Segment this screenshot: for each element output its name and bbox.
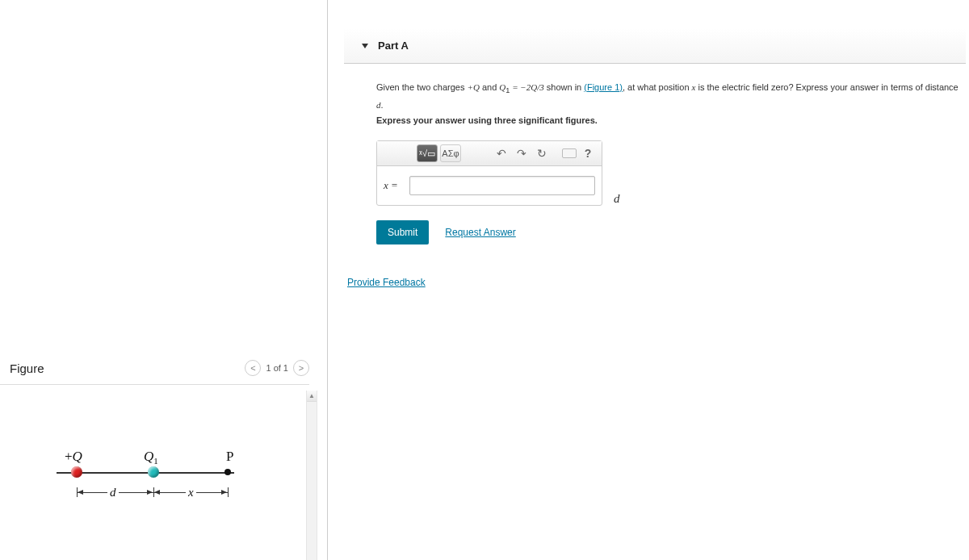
- charge-plus-q: [71, 466, 82, 478]
- charge-q1: [148, 466, 159, 478]
- collapse-caret-icon: [362, 44, 368, 48]
- part-header[interactable]: Part A: [344, 28, 966, 64]
- help-button[interactable]: ?: [579, 147, 597, 160]
- figure-prev-button[interactable]: <: [245, 360, 261, 376]
- scroll-up-icon[interactable]: ▲: [307, 391, 317, 402]
- label-p: P: [226, 449, 233, 465]
- answer-input[interactable]: [409, 176, 595, 195]
- redo-button[interactable]: ↷: [513, 147, 531, 160]
- request-answer-link[interactable]: Request Answer: [445, 227, 515, 238]
- provide-feedback-link[interactable]: Provide Feedback: [347, 277, 426, 288]
- answer-unit: d: [614, 192, 620, 206]
- figure-axis: [57, 472, 234, 474]
- dim-arrow-icon: [221, 490, 227, 495]
- figure-nav: < 1 of 1 >: [245, 360, 309, 376]
- templates-button[interactable]: ᵡ√▭: [417, 144, 438, 162]
- figure-panel: Figure < 1 of 1 > ▲ +Q Q1 P: [0, 0, 328, 560]
- dim-arrow-icon: [147, 490, 153, 495]
- dim-label-d: d: [107, 486, 119, 499]
- reset-button[interactable]: ↻: [533, 147, 551, 160]
- figure-title: Figure: [10, 361, 44, 375]
- figure-counter: 1 of 1: [266, 363, 288, 373]
- figure-canvas: +Q Q1 P d x: [57, 436, 258, 533]
- keyboard-button[interactable]: [562, 148, 577, 158]
- figure-next-button[interactable]: >: [293, 360, 309, 376]
- question-prompt: Given the two charges +Q and Q1 = −2Q/3 …: [376, 80, 961, 129]
- answer-lhs: x =: [384, 179, 405, 192]
- label-q1: Q1: [144, 449, 158, 466]
- label-plus-q: +Q: [65, 449, 82, 465]
- dim-arrow-icon: [78, 490, 83, 495]
- part-title: Part A: [378, 40, 409, 52]
- submit-button[interactable]: Submit: [376, 220, 429, 244]
- dim-label-x: x: [186, 486, 196, 499]
- undo-button[interactable]: ↶: [493, 147, 510, 160]
- figure-scrollbar[interactable]: ▲: [306, 391, 317, 560]
- question-panel: Part A Given the two charges +Q and Q1 =…: [328, 0, 969, 560]
- figure-header: Figure < 1 of 1 >: [0, 360, 309, 385]
- dim-tick: [228, 487, 229, 497]
- dim-arrow-icon: [154, 490, 160, 495]
- answer-input-box: ᵡ√▭ ΑΣφ ↶ ↷ ↻ ? x =: [376, 140, 602, 206]
- point-p: [224, 469, 231, 475]
- greek-button[interactable]: ΑΣφ: [440, 144, 461, 162]
- figure-link[interactable]: (Figure 1): [584, 82, 623, 92]
- equation-toolbar: ᵡ√▭ ΑΣφ ↶ ↷ ↻ ?: [377, 141, 602, 166]
- question-instruction: Express your answer using three signific…: [376, 115, 598, 125]
